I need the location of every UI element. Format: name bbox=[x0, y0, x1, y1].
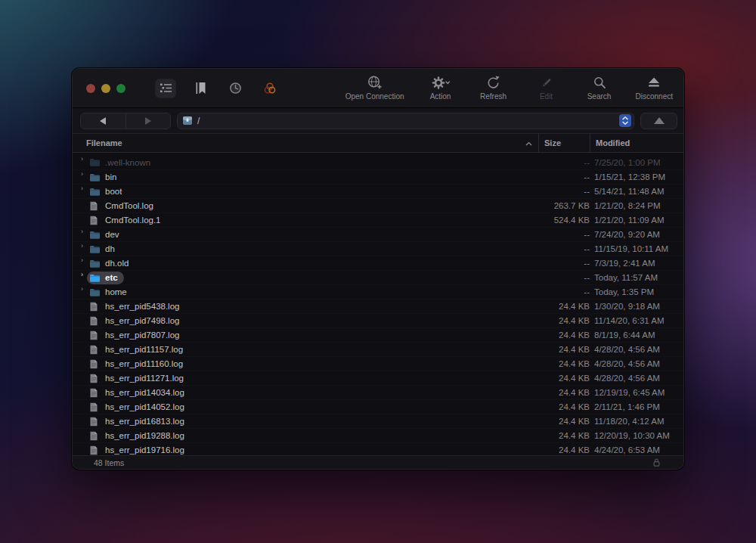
table-row[interactable]: › bbox=[73, 227, 683, 241]
zoom-window-button[interactable] bbox=[116, 84, 125, 93]
disconnect-button[interactable]: Disconnect bbox=[636, 74, 673, 101]
row-modified: 7/3/19, 2:41 AM bbox=[590, 259, 677, 268]
back-button[interactable] bbox=[81, 113, 126, 129]
row-name: dh.old bbox=[105, 259, 129, 268]
table-row[interactable]: › bbox=[73, 385, 683, 399]
row-name: CmdTool.log bbox=[105, 201, 153, 210]
path-dropdown[interactable]: / bbox=[177, 113, 634, 129]
table-row[interactable]: › bbox=[73, 428, 683, 442]
row-size: 24.4 KB bbox=[526, 345, 590, 354]
folder-icon bbox=[89, 230, 101, 240]
table-row[interactable]: › bbox=[73, 299, 683, 313]
titlebar: Open Connection bbox=[73, 69, 683, 108]
refresh-button[interactable]: Refresh bbox=[477, 74, 510, 101]
row-size: 24.4 KB bbox=[526, 431, 590, 440]
lock-icon bbox=[652, 458, 661, 467]
row-name: dev bbox=[105, 230, 119, 239]
open-connection-button[interactable]: Open Connection bbox=[345, 74, 404, 101]
document-icon bbox=[89, 388, 98, 398]
disclosure-chevron-icon[interactable]: › bbox=[77, 156, 87, 169]
up-arrow-icon bbox=[654, 117, 665, 124]
folder-icon bbox=[89, 273, 101, 283]
table-row[interactable]: › bbox=[73, 155, 683, 169]
table-row[interactable]: › bbox=[73, 342, 683, 356]
list-view-icon[interactable] bbox=[156, 79, 175, 98]
table-row[interactable]: › bbox=[73, 169, 683, 184]
gear-icon bbox=[432, 74, 450, 91]
row-modified: 4/28/20, 4:56 AM bbox=[590, 374, 677, 383]
history-icon[interactable] bbox=[225, 79, 245, 98]
table-row[interactable]: › bbox=[73, 284, 683, 299]
row-name: hs_err_pid14034.log bbox=[105, 388, 184, 397]
path-stepper-icon[interactable] bbox=[619, 114, 631, 127]
row-size: 24.4 KB bbox=[526, 388, 590, 397]
back-icon bbox=[100, 117, 106, 125]
table-row[interactable]: › bbox=[73, 198, 683, 213]
status-bar: 48 Items bbox=[73, 455, 683, 469]
folder-icon bbox=[89, 259, 101, 268]
row-modified: 1/15/21, 12:38 PM bbox=[590, 172, 677, 182]
disclosure-chevron-icon[interactable]: › bbox=[77, 272, 87, 284]
table-row[interactable]: › bbox=[73, 213, 683, 227]
close-window-button[interactable] bbox=[86, 84, 95, 93]
table-row[interactable]: › bbox=[73, 371, 683, 385]
disclosure-chevron-icon[interactable]: › bbox=[77, 286, 87, 299]
minimize-window-button[interactable] bbox=[101, 84, 110, 93]
disclosure-chevron-icon[interactable]: › bbox=[77, 257, 87, 270]
row-modified: 7/25/20, 1:00 PM bbox=[590, 158, 677, 167]
folder-icon bbox=[89, 157, 101, 167]
edit-button: Edit bbox=[530, 74, 563, 101]
row-name: hs_err_pid11157.log bbox=[105, 345, 183, 354]
row-size: 524.4 KB bbox=[526, 216, 590, 225]
column-header-filename[interactable]: Filename bbox=[73, 134, 538, 152]
view-switcher bbox=[156, 69, 280, 107]
row-modified: Today, 1:35 PM bbox=[590, 287, 677, 296]
bookmark-icon[interactable] bbox=[191, 79, 210, 98]
table-row[interactable]: › bbox=[73, 184, 683, 198]
refresh-label: Refresh bbox=[480, 92, 507, 101]
row-name: hs_err_pid11160.log bbox=[105, 359, 183, 368]
table-row[interactable]: › bbox=[73, 442, 683, 455]
items-count: 48 Items bbox=[94, 458, 124, 467]
table-row[interactable]: › bbox=[73, 270, 683, 284]
sync-rings-icon[interactable] bbox=[260, 79, 280, 98]
document-icon bbox=[89, 216, 98, 225]
disclosure-chevron-icon[interactable]: › bbox=[77, 243, 87, 256]
disclosure-chevron-icon[interactable]: › bbox=[77, 185, 87, 198]
row-name: hs_err_pid16813.log bbox=[105, 417, 184, 426]
row-size: -- bbox=[526, 244, 590, 253]
table-row[interactable]: › bbox=[73, 241, 683, 256]
table-row[interactable]: › bbox=[73, 399, 683, 414]
row-name: hs_err_pid19716.log bbox=[105, 445, 184, 455]
filename-header-label: Filename bbox=[86, 138, 122, 147]
document-icon bbox=[89, 417, 98, 427]
document-icon bbox=[89, 402, 98, 412]
document-icon bbox=[89, 431, 98, 441]
row-modified: 5/14/21, 11:48 AM bbox=[590, 187, 677, 196]
disclosure-chevron-icon[interactable]: › bbox=[77, 228, 87, 241]
row-size: -- bbox=[526, 273, 590, 282]
table-row[interactable]: › bbox=[73, 313, 683, 327]
document-icon bbox=[89, 345, 98, 355]
disclosure-chevron-icon[interactable]: › bbox=[77, 171, 87, 184]
table-row[interactable]: › bbox=[73, 327, 683, 342]
history-nav bbox=[80, 113, 171, 129]
row-name: etc bbox=[105, 273, 118, 282]
row-modified: 1/21/20, 11:09 AM bbox=[590, 216, 677, 225]
row-modified: 12/20/19, 10:30 AM bbox=[590, 431, 677, 440]
table-row[interactable]: › bbox=[73, 256, 683, 270]
row-name: dh bbox=[105, 244, 115, 253]
column-header-modified[interactable]: Modified bbox=[590, 134, 683, 152]
action-button[interactable]: Action bbox=[424, 74, 457, 101]
table-row[interactable]: › bbox=[73, 356, 683, 371]
search-button[interactable]: Search bbox=[583, 74, 616, 101]
row-name: hs_err_pid19288.log bbox=[105, 431, 184, 440]
edit-label: Edit bbox=[540, 92, 553, 101]
row-name: bin bbox=[105, 172, 116, 182]
table-row[interactable]: › bbox=[73, 414, 683, 428]
row-size: -- bbox=[526, 172, 590, 182]
column-header-size[interactable]: Size bbox=[538, 134, 590, 152]
row-size: 24.4 KB bbox=[526, 316, 590, 325]
go-up-button[interactable] bbox=[640, 113, 677, 129]
document-icon bbox=[89, 359, 98, 369]
